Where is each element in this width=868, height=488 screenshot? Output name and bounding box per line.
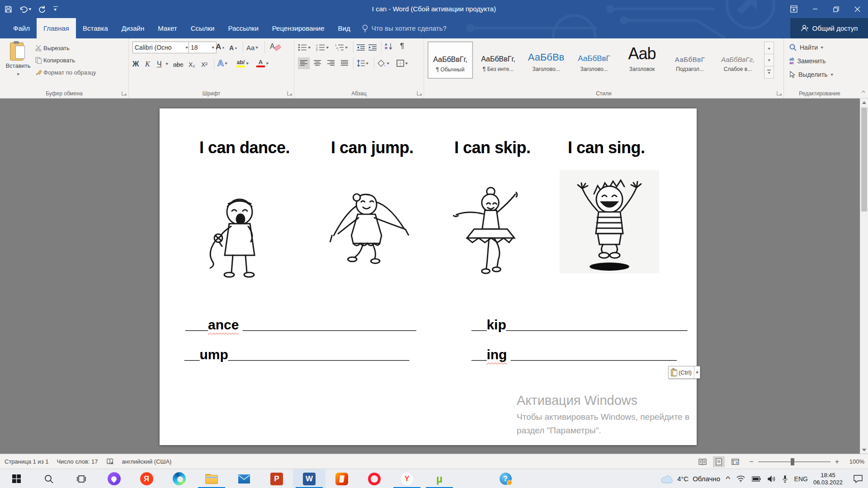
scroll-up-arrow[interactable]: [860, 99, 868, 106]
tab-mailings[interactable]: Рассылки: [221, 18, 265, 38]
borders-button[interactable]: ▾: [396, 57, 408, 69]
scrollbar-thumb[interactable]: [861, 108, 867, 211]
proofing-status-icon[interactable]: [106, 458, 114, 465]
zoom-out-button[interactable]: −: [749, 458, 753, 466]
style-subtle-emphasis[interactable]: АаБбВвГг, Слабое в...: [715, 42, 760, 79]
taskbar-file-explorer-button[interactable]: [195, 469, 228, 488]
word-count[interactable]: Число слов: 17: [57, 458, 98, 465]
page-count[interactable]: Страница 1 из 1: [5, 458, 48, 465]
battery-icon[interactable]: [752, 476, 761, 482]
show-paragraph-marks-button[interactable]: ¶: [400, 40, 404, 52]
language-indicator[interactable]: ENG: [794, 475, 808, 483]
zoom-slider-thumb[interactable]: [791, 458, 794, 465]
clipboard-dialog-launcher[interactable]: [121, 90, 127, 96]
styles-gallery-scroll-up[interactable]: ▴: [764, 42, 774, 54]
restore-button[interactable]: [826, 0, 847, 18]
image-ballerina[interactable]: [447, 183, 533, 277]
tab-layout[interactable]: Макет: [151, 18, 184, 38]
shading-button[interactable]: ▾: [377, 57, 389, 69]
microphone-icon[interactable]: [783, 475, 788, 483]
start-button[interactable]: [0, 469, 33, 488]
font-size-combobox[interactable]: 18 ▾: [189, 42, 217, 53]
taskbar-office-button[interactable]: [326, 469, 358, 488]
hidden-icons-chevron[interactable]: ^: [726, 475, 730, 483]
taskbar-yandex-button[interactable]: Y: [391, 469, 423, 488]
styles-dialog-launcher[interactable]: [776, 90, 782, 96]
zoom-in-button[interactable]: +: [835, 458, 839, 466]
taskbar-utorrent-button[interactable]: µ: [423, 469, 456, 488]
style-subtitle[interactable]: АаБбВвГ Подзагол...: [667, 42, 712, 79]
italic-button[interactable]: К: [145, 58, 150, 70]
bullets-button[interactable]: ▾: [298, 42, 311, 53]
weather-widget[interactable]: 4°C Облачно: [661, 474, 720, 483]
save-button[interactable]: [5, 5, 12, 13]
print-layout-button[interactable]: [713, 456, 725, 467]
chevron-down-icon[interactable]: ▾: [186, 46, 189, 50]
numbering-button[interactable]: 123 ▾: [316, 42, 329, 53]
share-button[interactable]: Общий доступ: [790, 18, 868, 38]
align-center-button[interactable]: [311, 57, 323, 69]
zoom-level[interactable]: 100%: [844, 458, 864, 465]
justify-button[interactable]: [339, 57, 350, 69]
bold-button[interactable]: Ж: [132, 58, 139, 70]
text-highlight-button[interactable]: ab/ ▾: [236, 57, 249, 69]
speaker-icon[interactable]: [768, 476, 776, 482]
font-dialog-launcher[interactable]: [287, 90, 292, 96]
subscript-button[interactable]: X₂: [189, 59, 195, 70]
zoom-slider[interactable]: [758, 461, 830, 462]
paragraph-dialog-launcher[interactable]: [416, 90, 422, 96]
redo-button[interactable]: [38, 5, 46, 13]
styles-gallery-scroll-down[interactable]: ▾: [764, 54, 774, 66]
language-status[interactable]: английский (США): [122, 458, 172, 465]
scroll-down-arrow[interactable]: [860, 446, 868, 454]
taskbar-word-button[interactable]: W: [293, 469, 326, 488]
align-left-button[interactable]: [298, 57, 310, 69]
tab-references[interactable]: Ссылки: [184, 18, 222, 38]
customize-qat-button[interactable]: ▾: [53, 6, 58, 12]
font-name-combobox[interactable]: Calibri (Осно ▾: [132, 42, 190, 53]
find-button[interactable]: Найти ▾: [789, 42, 823, 53]
decrease-indent-button[interactable]: [357, 42, 365, 53]
tab-view[interactable]: Вид: [331, 18, 357, 38]
taskbar-yandex-browser-button[interactable]: Я: [130, 469, 163, 488]
collapse-ribbon-button[interactable]: ^: [861, 90, 865, 95]
change-case-button[interactable]: Aa ▾: [246, 42, 258, 53]
image-boy-jumping[interactable]: [560, 170, 659, 277]
read-mode-button[interactable]: [697, 456, 708, 467]
chevron-down-icon[interactable]: ▾: [28, 7, 31, 11]
line-spacing-button[interactable]: ▾: [357, 57, 368, 69]
chevron-down-icon[interactable]: ▾: [165, 62, 168, 66]
select-button[interactable]: Выделить ▾: [789, 69, 833, 80]
styles-gallery-more[interactable]: ▾: [764, 66, 774, 79]
tab-review[interactable]: Рецензирование: [265, 18, 331, 38]
replace-button[interactable]: ab ac Заменить: [789, 56, 826, 66]
superscript-button[interactable]: X²: [201, 59, 208, 70]
chevron-down-icon[interactable]: ▾: [17, 72, 19, 76]
align-right-button[interactable]: [325, 57, 337, 69]
paste-options-button[interactable]: (Ctrl) ▾: [668, 366, 700, 379]
web-layout-button[interactable]: [729, 456, 741, 467]
strikethrough-button[interactable]: abc: [173, 59, 184, 70]
taskbar-help-button[interactable]: ?: [492, 469, 519, 488]
tab-file[interactable]: Файл: [6, 18, 37, 38]
style-title[interactable]: Aab Заголовок: [619, 42, 665, 79]
ribbon-display-options-button[interactable]: [783, 0, 804, 18]
copy-button[interactable]: Копировать: [35, 54, 75, 66]
style-heading1[interactable]: АаБбВв Заголово...: [524, 42, 569, 79]
tab-design[interactable]: Дизайн: [115, 18, 151, 38]
text-effects-button[interactable]: А ▾: [217, 57, 227, 69]
tell-me-box[interactable]: Что вы хотите сделать?: [357, 18, 451, 38]
undo-button[interactable]: ▾: [19, 5, 31, 13]
style-no-spacing[interactable]: АаБбВвГг, ¶ Без инте...: [476, 42, 521, 79]
tab-insert[interactable]: Вставка: [76, 18, 115, 38]
increase-indent-button[interactable]: [368, 42, 377, 53]
action-center-button[interactable]: [848, 475, 868, 483]
close-button[interactable]: [847, 0, 868, 18]
clear-formatting-button[interactable]: A: [270, 41, 275, 52]
taskbar-clock[interactable]: 18:45 06.03.2022: [813, 472, 843, 486]
taskbar-alice-button[interactable]: [98, 469, 130, 488]
image-boy-singing[interactable]: [201, 188, 277, 279]
grow-font-button[interactable]: A▴: [216, 41, 224, 53]
tab-home[interactable]: Главная: [37, 18, 76, 38]
sort-button[interactable]: АЯ: [385, 41, 392, 52]
